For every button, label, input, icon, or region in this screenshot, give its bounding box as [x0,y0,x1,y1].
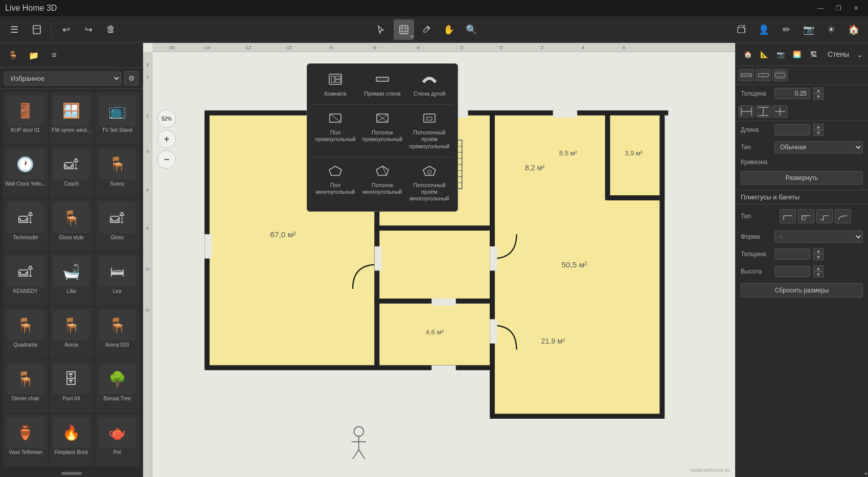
paint-btn[interactable]: ✏ [776,19,796,40]
bookmarks-btn[interactable] [27,19,47,40]
item-coach[interactable]: 🛋Coach [49,146,94,198]
item-arena-033[interactable]: 🪑Arena 033 [95,307,140,359]
draw-tool-btn[interactable]: ▾ [394,19,414,40]
panel-expand-icon[interactable]: ⌄ [856,50,863,59]
wall-icon-1[interactable] [739,69,754,81]
right-tab-3[interactable]: 📷 [773,47,788,61]
right-tab-5[interactable]: 🏗 [806,47,820,61]
plinth-thickness-input[interactable] [774,248,810,260]
thickness-down[interactable]: ▼ [813,94,824,100]
popup-straight-wall[interactable]: Прямая стена [359,69,405,101]
popup-room[interactable]: Комната [312,69,358,101]
redo-btn[interactable]: ↪ [78,19,99,40]
popup-rect-ceil[interactable]: Потолок прямоугольный [359,108,405,154]
plinth-icon-2[interactable] [798,209,814,223]
wall-icon-3[interactable] [772,69,788,81]
plinth-thickness-down[interactable]: ▼ [813,254,824,260]
menu-btn[interactable]: ☰ [4,19,25,40]
popup-poly-ceil-label: Потолок многоугольный [361,182,403,195]
home-btn[interactable]: 🏠 [843,19,864,40]
tools-btn[interactable]: ▾ [416,19,437,40]
item-tv-set-stand[interactable]: 📺TV Set Stand [95,92,140,145]
ruler-tick-n14: -14 [203,45,210,50]
select-tool-btn[interactable] [371,19,392,40]
expand-btn[interactable]: Развернуть [741,171,863,185]
item-pot[interactable]: 🫖Pot [95,414,140,467]
item-puni-04[interactable]: 🗄Puni 04 [49,360,94,413]
pan-btn[interactable]: ✋ [439,19,459,40]
close-btn[interactable]: ✕ [850,4,863,13]
length-down[interactable]: ▼ [813,130,824,136]
right-tab-1[interactable]: 🏠 [741,47,755,61]
wall-icon-6[interactable] [772,105,788,118]
popup-poly-floor[interactable]: Пол многоугольный [312,161,358,207]
zoom-out-btn[interactable]: − [157,150,176,169]
item-dinner-chair[interactable]: 🪑Dinner chair [3,360,48,413]
minimize-btn[interactable]: — [813,4,828,13]
popup-rect-opening[interactable]: Потолочный проём прямоугольный [406,108,452,154]
3d-view-btn[interactable] [731,19,751,40]
plinth-icon-3[interactable] [816,209,833,223]
sidebar-tab-objects[interactable]: 🪑 [4,46,22,64]
item-bonsai-tree[interactable]: 🌳Bonsai Tree [95,360,140,413]
item-fw-symm-wind...[interactable]: 🪟FW symm wind... [49,92,94,145]
maximize-btn[interactable]: ❐ [832,4,846,13]
sidebar-tab-files[interactable]: 📁 [25,46,43,64]
item-gloss[interactable]: 🛋Gloss [95,199,140,252]
plinth-height-input[interactable] [774,266,810,277]
svg-rect-27 [490,319,497,343]
sidebar-tab-list[interactable]: ≡ [45,46,63,64]
reset-btn[interactable]: Сбросить размеры [741,283,863,298]
thickness-input[interactable] [774,88,810,99]
popup-arc-wall[interactable]: Стена дугой [406,69,452,101]
plinth-icon-1[interactable] [780,209,796,223]
item-lea[interactable]: 🛏Lea [95,253,140,306]
popup-poly-ceil[interactable]: Потолок многоугольный [359,161,405,207]
item-lilia[interactable]: 🛁Lilia [49,253,94,306]
popup-rect-floor[interactable]: Пол прямоугольный [312,108,358,154]
item-fireplace-brick[interactable]: 🔥Fireplace Brick [49,414,94,467]
zoom-in-btn[interactable]: + [157,130,176,148]
right-tab-4[interactable]: 🌅 [790,47,804,61]
item-kup-door-01[interactable]: 🚪KUP door 01 [3,92,48,145]
render-btn[interactable]: ☀ [821,19,841,40]
item-kennedy[interactable]: 🛋KENNEDY [3,253,48,306]
plinth-form-label: Форма [741,233,771,240]
item-wall-clock-yello...[interactable]: 🕐Wall Clock Yello... [3,146,48,198]
wall-icon-2[interactable] [756,69,771,81]
wall-icon-5[interactable] [756,105,771,118]
search-btn[interactable]: 🔍 [461,19,482,40]
category-dropdown[interactable]: ИзбранноеВсе объектыНедавние [4,72,121,85]
plinth-height-down[interactable]: ▼ [813,271,824,278]
item-quadrante[interactable]: 🪑Quadrante [3,307,48,359]
ruler-tick-n8: -8 [329,45,333,50]
item-gloss-style[interactable]: 🪑Gloss style [49,199,94,252]
popup-poly-opening[interactable]: Потолочный проём многоугольный [406,161,452,207]
sidebar-scrollbar[interactable] [0,470,143,477]
length-input[interactable] [774,124,810,135]
item-techmodel[interactable]: 🛋Techmodel [3,199,48,252]
length-up[interactable]: ▲ [813,124,824,130]
item-vase-teftonian[interactable]: 🏺Vase Teftonian [3,414,48,467]
plinth-form-select[interactable]: - [774,231,863,243]
plinth-height-up[interactable]: ▲ [813,265,824,271]
svg-rect-25 [375,246,382,270]
thickness-up[interactable]: ▲ [813,87,824,94]
svg-text:3,9 м²: 3,9 м² [625,149,643,157]
canvas-area[interactable]: -16 -14 -12 -10 -8 -6 -4 -2 0 2 4 6 m 0 … [143,43,735,477]
svg-text:50,5 м²: 50,5 м² [561,260,587,269]
right-tab-2[interactable]: 📐 [757,47,771,61]
undo-btn[interactable]: ↩ [56,19,76,40]
camera-btn[interactable]: 📷 [798,19,819,40]
person-btn[interactable]: 👤 [753,19,774,40]
plinth-height-label: Высота [741,268,771,275]
gear-btn[interactable]: ⚙ [124,71,139,85]
type-select[interactable]: Обычная Несущая Стеклянная [774,141,863,153]
item-arena[interactable]: 🪑Arena [49,307,94,359]
wall-icon-4[interactable] [739,105,754,118]
plinth-thickness-row: Толщина ▲ ▼ [736,245,868,263]
plinth-thickness-up[interactable]: ▲ [813,248,824,254]
item-sunny[interactable]: 🪑Sunny [95,146,140,198]
plinth-icon-4[interactable] [835,209,851,223]
delete-btn[interactable]: 🗑 [101,19,121,40]
